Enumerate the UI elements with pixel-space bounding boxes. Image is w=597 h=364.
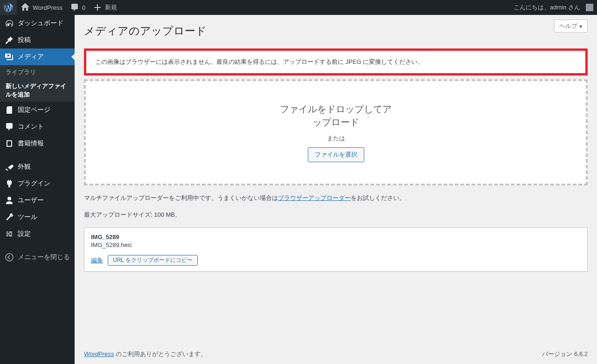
comments-bubble[interactable]: 0 — [66, 0, 89, 15]
home-icon — [21, 3, 30, 12]
drop-or: または — [86, 134, 586, 143]
menu-dashboard[interactable]: ダッシュボード — [0, 15, 75, 32]
book-icon — [5, 139, 14, 148]
media-item: IMG_5289 IMG_5289.heic 編集 URL をクリップボードにコ… — [84, 227, 588, 272]
media-title: IMG_5289 — [91, 234, 581, 240]
max-upload-size: 最大アップロードサイズ: 100 MB。 — [84, 211, 588, 219]
menu-plugins[interactable]: プラグイン — [0, 175, 75, 192]
page-title: メディアのアップロード — [84, 20, 588, 48]
menu-media[interactable]: メディア — [0, 48, 75, 65]
media-icon — [5, 52, 14, 62]
comments-count: 0 — [82, 4, 85, 11]
comment-icon — [70, 3, 79, 12]
footer: WordPress のご利用ありがとうございます。 バージョン 6.6.2 — [84, 342, 588, 364]
settings-icon — [5, 229, 14, 239]
media-submenu: ライブラリ 新しいメディアファイルを追加 — [0, 65, 75, 102]
wordpress-icon — [4, 3, 13, 12]
media-filename: IMG_5289.heic — [91, 241, 581, 248]
upload-notice: この画像はブラウザーには表示されません。最良の結果を得るには、アップロードする前… — [84, 48, 588, 76]
wrench-icon — [5, 213, 14, 222]
uploader-help: マルチファイルアップローダーをご利用中です。うまくいかない場合はブラウザーアップ… — [84, 194, 588, 202]
notice-text: この画像はブラウザーには表示されません。最良の結果を得るには、アップロードする前… — [87, 51, 585, 73]
plugin-icon — [5, 179, 14, 188]
wordpress-link[interactable]: WordPress — [84, 350, 114, 357]
user-icon — [5, 196, 14, 205]
wp-logo[interactable] — [0, 0, 17, 15]
footer-left: WordPress のご利用ありがとうございます。 — [84, 350, 207, 358]
avatar — [586, 4, 593, 11]
site-label: WordPress — [33, 4, 62, 11]
menu-appearance[interactable]: 外観 — [0, 158, 75, 175]
menu-pages[interactable]: 固定ページ — [0, 102, 75, 118]
svg-point-0 — [6, 254, 13, 261]
menu-tools[interactable]: ツール — [0, 209, 75, 226]
dashboard-icon — [5, 19, 14, 28]
drop-zone[interactable]: ファイルをドロップしてアップロード または ファイルを選択 — [84, 79, 588, 185]
menu-collapse[interactable]: メニューを閉じる — [0, 249, 75, 266]
edit-link[interactable]: 編集 — [91, 256, 103, 265]
collapse-icon — [5, 253, 14, 262]
pin-icon — [5, 35, 14, 45]
menu-users[interactable]: ユーザー — [0, 192, 75, 209]
new-label: 新規 — [105, 3, 117, 12]
menu-settings[interactable]: 設定 — [0, 226, 75, 242]
page-icon — [5, 105, 14, 115]
chevron-down-icon: ▾ — [579, 23, 583, 30]
version-label: バージョン 6.6.2 — [542, 350, 588, 358]
new-content[interactable]: 新規 — [89, 0, 121, 15]
submenu-add-new[interactable]: 新しいメディアファイルを追加 — [0, 79, 75, 102]
menu-comments[interactable]: コメント — [0, 118, 75, 135]
my-account[interactable]: こんにちは、admin さん — [510, 0, 597, 15]
help-tab[interactable]: ヘルプ ▾ — [554, 20, 588, 33]
copy-url-button[interactable]: URL をクリップボードにコピー — [108, 255, 198, 266]
admin-sidebar: ダッシュボード 投稿 メディア ライブラリ 新しいメディアファイルを追加 固定ペ… — [0, 15, 75, 364]
site-name[interactable]: WordPress — [17, 0, 66, 15]
menu-books[interactable]: 書籍情報 — [0, 135, 75, 152]
plus-icon — [93, 3, 102, 12]
select-files-button[interactable]: ファイルを選択 — [308, 147, 364, 162]
submenu-library[interactable]: ライブラリ — [0, 65, 75, 79]
admin-bar: WordPress 0 新規 こんにちは、admin さん — [0, 0, 597, 15]
comment-icon — [5, 122, 14, 131]
browser-uploader-link[interactable]: ブラウザーアップローダー — [278, 194, 351, 201]
content-area: ヘルプ ▾ メディアのアップロード この画像はブラウザーには表示されません。最良… — [75, 15, 597, 364]
brush-icon — [5, 162, 14, 172]
greeting-text: こんにちは、admin さん — [514, 3, 580, 12]
menu-posts[interactable]: 投稿 — [0, 32, 75, 48]
drop-title: ファイルをドロップしてアップロード — [280, 103, 392, 129]
